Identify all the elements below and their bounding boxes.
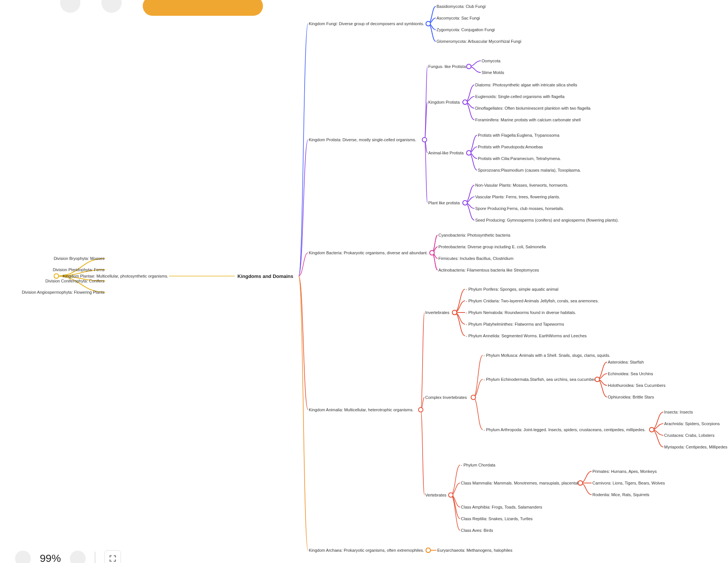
node-fungi_basi[interactable]: Basidiomycota: Club Fungi — [436, 4, 486, 9]
branch-dot — [448, 492, 453, 498]
node-ech_aster[interactable]: Asteroidea: Starfish — [607, 359, 645, 365]
node-prot_anim_spor[interactable]: Sporozoans:Plasmodium (causes malaria), … — [477, 168, 581, 173]
branch-dot — [466, 150, 471, 155]
node-bacteria[interactable]: Kingdom Bacteria: Prokaryotic organisms,… — [308, 250, 429, 255]
branch-dot — [418, 407, 423, 412]
node-arth_arach[interactable]: Arachnida: Spiders, Scorpions — [663, 421, 720, 426]
branch-dot — [54, 273, 59, 279]
node-prot_plant_vasc[interactable]: Vascular Plants: Ferns, trees, flowering… — [474, 194, 561, 199]
branch-dot — [429, 250, 435, 255]
branch-dot — [466, 64, 471, 69]
node-prot_king_fora[interactable]: Foraminifera: Marine protists with calci… — [474, 117, 581, 122]
node-animalia[interactable]: Kingdom Animalia: Multicellular, heterot… — [308, 407, 414, 412]
fullscreen-button[interactable] — [104, 550, 121, 563]
node-prot_plant[interactable]: Plant like protista — [427, 200, 461, 205]
node-mamm_prim[interactable]: Primates: Humans, Apes, Monkeys — [592, 469, 657, 474]
node-cinvert[interactable]: Complex Invertebrates — [424, 395, 468, 400]
node-plantae_bryo[interactable]: Division Bryophyta: Mosses — [53, 256, 105, 261]
branch-dot — [462, 100, 468, 105]
node-prot_king_eugl[interactable]: Euglenoids: Single-celled organisms with… — [474, 94, 565, 99]
node-fungi_glome[interactable]: Glomeromycota: Arbuscular Mycorrhizal Fu… — [436, 39, 522, 44]
branch-dot — [462, 200, 468, 205]
branch-dot — [426, 548, 431, 553]
branch-dot — [54, 273, 59, 279]
node-inv_cnid[interactable]: - Phylum Cnidaria: Two-layered Animals J… — [465, 298, 600, 303]
node-fungi_zygo[interactable]: Zygomycota: Conjugation Fungi — [436, 27, 495, 32]
header-icon-2[interactable] — [101, 0, 122, 13]
node-bact_cyano[interactable]: Cyanobacteria: Photosynthetic bacteria — [438, 232, 511, 238]
branch-dot — [462, 200, 468, 205]
node-fungi[interactable]: Kingdom Fungi: Diverse group of decompos… — [308, 21, 425, 26]
node-ver_mamm[interactable]: Class Mammalia: Mammals. Monotremes, mar… — [460, 480, 582, 486]
branch-dot — [452, 310, 457, 315]
mindmap-canvas[interactable]: 99% Kingdoms and DomainsKingdom Plantae:… — [0, 0, 728, 563]
branch-dot — [466, 150, 471, 155]
zoom-level: 99% — [40, 552, 61, 563]
node-prot_king[interactable]: Kingdom Protista — [427, 100, 461, 105]
node-inv_nemat[interactable]: - Phylum Nematoda: Roundworms found in d… — [465, 310, 577, 315]
node-prot_anim_cili[interactable]: Protists with Cilia:Paramecium, Tetrahym… — [477, 156, 562, 161]
node-cin_arth[interactable]: - Phylum Arthropoda: Joint-legged. Insec… — [483, 427, 646, 432]
node-arch_eury[interactable]: Euryarchaeota: Methanogens, halophiles — [436, 548, 513, 553]
node-ech_ophi[interactable]: Ophiuroidea: Brittle Stars — [607, 394, 655, 400]
branch-dot — [426, 548, 431, 553]
branch-dot — [462, 100, 468, 105]
node-bact_proteo[interactable]: Proteobacteria: Diverse group including … — [438, 244, 547, 249]
node-prot_king_diat[interactable]: Diatoms: Photosynthetic algae with intri… — [474, 82, 578, 88]
node-prot_anim_flag[interactable]: Protists with Flagella:Euglena, Trypanos… — [477, 133, 560, 138]
node-fungi_asco[interactable]: Ascomycota: Sac Fungi — [436, 15, 481, 21]
node-prot_animal[interactable]: Animal-like Protista — [427, 150, 464, 155]
node-inv_porif[interactable]: - Phylum Porifera: Sponges, simple aquat… — [465, 287, 559, 292]
node-protista[interactable]: Kingdom Protista: Diverse, mostly single… — [308, 137, 417, 142]
node-ver_aves[interactable]: Class Aves: Birds — [460, 528, 494, 533]
node-prot_fungus_slime[interactable]: Slime Molds — [481, 70, 505, 75]
node-mamm_rode[interactable]: Rodentia: Mice, Rats, Squirrels — [592, 492, 650, 497]
node-bact_firmic[interactable]: Firmicutes: Includes Bacillus, Clostridi… — [438, 256, 514, 261]
node-ver_amph[interactable]: Class Amphibia: Frogs, Toads, Salamander… — [460, 504, 543, 510]
node-cin_moll[interactable]: - Phylum Mollusca: Animals with a Shell.… — [483, 353, 611, 358]
branch-dot — [426, 21, 431, 26]
branch-dot — [429, 250, 435, 255]
node-prot_plant_nonvasc[interactable]: Non-Vasular Plants: Mosses, liverworts, … — [474, 183, 569, 188]
header-pill-button[interactable] — [143, 0, 263, 16]
header-icon-1[interactable] — [60, 0, 80, 13]
node-cin_echin[interactable]: - Phylum Echinodermata.Starfish, sea urc… — [483, 377, 600, 382]
node-invert[interactable]: Invertebrates — [424, 310, 450, 315]
node-prot_anim_pseu[interactable]: Protists with Pseudopods:Amoebas — [477, 144, 544, 149]
node-plantae_conif[interactable]: Division Coniferophyta: Conifers — [45, 278, 105, 284]
zoom-out-button[interactable] — [15, 551, 31, 563]
node-inv_annel[interactable]: - Phylum Annelida: Segmented Worms. Eart… — [465, 333, 588, 338]
branch-dot — [466, 64, 471, 69]
node-prot_king_dino[interactable]: Dinoflagellates: Often bioluminescent pl… — [474, 106, 591, 111]
node-archaea[interactable]: Kingdom Archaea: Prokaryotic organisms, … — [308, 548, 425, 553]
node-prot_plant_spore[interactable]: Spore Producing:Ferns, club mosses, hors… — [474, 206, 565, 211]
fullscreen-icon — [109, 554, 117, 563]
node-mamm_carn[interactable]: Carnivora: Lions, Tigers, Bears, Wolves — [592, 480, 666, 486]
branch-dot — [426, 21, 431, 26]
node-arth_insec[interactable]: Insecta: Insects — [663, 409, 693, 415]
node-prot_fungus_oo[interactable]: Oomycota — [481, 58, 501, 63]
zoom-in-button[interactable] — [70, 551, 86, 563]
node-arth_myria[interactable]: Myriapoda: Centipedes, Millipedes — [663, 444, 728, 450]
branch-dot — [452, 310, 457, 315]
branch-dot — [426, 21, 431, 26]
node-plantae[interactable]: Kingdom Plantae: Multicellular, photosyn… — [62, 273, 169, 279]
node-inv_platy[interactable]: - Phylum Platyhelminthes: Flatworms and … — [465, 321, 565, 327]
node-ech_echin[interactable]: Echinoidea: Sea Urchins — [607, 371, 654, 376]
node-prot_plant_seed[interactable]: Seed Producing: Gymnosperms (conifers) a… — [474, 217, 619, 223]
branch-dot — [422, 137, 427, 142]
node-ech_holo[interactable]: Holothuroidea: Sea Cucumbers — [607, 383, 666, 388]
node-root[interactable]: Kingdoms and Domains — [237, 273, 294, 279]
branch-dot — [429, 250, 435, 255]
node-bact_actino[interactable]: Actinobacteria: Filamentous bacteria lik… — [438, 267, 540, 273]
branch-dot — [649, 427, 654, 432]
node-prot_fungus[interactable]: Fungus- like Protista — [427, 64, 467, 69]
node-ver_rept[interactable]: Class Reptilia: Snakes, Lizards, Turtles — [460, 516, 533, 521]
zoom-controls: 99% — [15, 550, 121, 563]
branch-dot — [471, 395, 476, 400]
node-plantae_angio[interactable]: Division Angiospermophyta: Flowering Pla… — [21, 290, 105, 295]
node-ver_chord[interactable]: - Phylum Chordata — [460, 462, 496, 468]
node-vert[interactable]: Vertebrates — [424, 492, 447, 498]
node-arth_crust[interactable]: Crustacea: Crabs, Lobsters — [663, 433, 715, 438]
node-plantae_pteri[interactable]: Division Pteridophyta: Ferns — [52, 267, 105, 272]
